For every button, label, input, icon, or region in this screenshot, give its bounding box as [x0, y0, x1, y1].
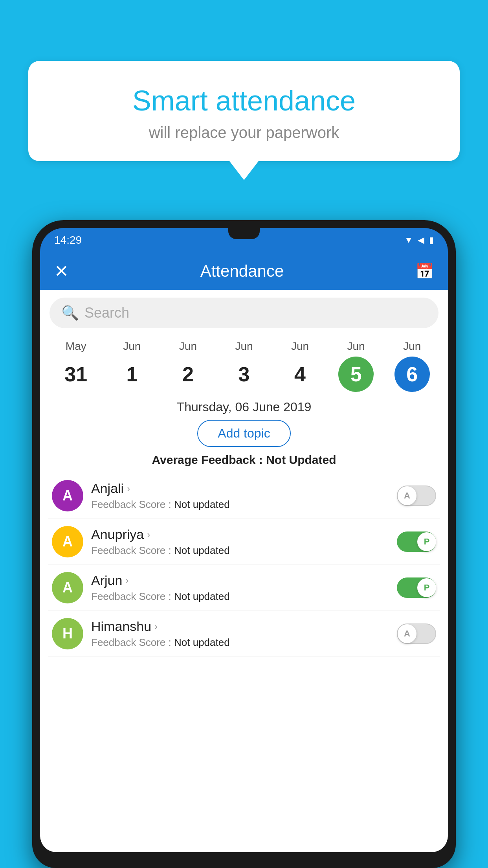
- feedback-score: Feedback Score : Not updated: [91, 498, 389, 511]
- calendar-day[interactable]: Jun3: [222, 340, 266, 392]
- student-info: Arjun ›Feedback Score : Not updated: [91, 573, 389, 603]
- feedback-score: Feedback Score : Not updated: [91, 544, 389, 557]
- cal-month-label: Jun: [179, 340, 197, 353]
- search-bar[interactable]: 🔍 Search: [50, 298, 438, 328]
- chevron-right-icon: ›: [147, 529, 150, 540]
- chevron-right-icon: ›: [127, 483, 130, 494]
- attendance-toggle[interactable]: A: [397, 623, 436, 644]
- avatar: H: [52, 618, 83, 649]
- attendance-toggle[interactable]: P: [397, 577, 436, 598]
- avatar: A: [52, 480, 83, 511]
- calendar-day[interactable]: Jun1: [110, 340, 154, 392]
- student-item[interactable]: AAnupriya ›Feedback Score : Not updatedP: [48, 519, 440, 565]
- student-list: AAnjali ›Feedback Score : Not updatedAAA…: [40, 473, 448, 657]
- cal-month-label: Jun: [347, 340, 365, 353]
- calendar-day[interactable]: Jun2: [166, 340, 209, 392]
- selected-date: Thursday, 06 June 2019: [40, 400, 448, 414]
- cal-date-number[interactable]: 6: [394, 357, 430, 392]
- attendance-toggle[interactable]: P: [397, 531, 436, 552]
- cal-date-number[interactable]: 1: [114, 357, 150, 392]
- chevron-right-icon: ›: [125, 575, 128, 586]
- bubble-subtitle: will replace your paperwork: [48, 124, 440, 142]
- cal-date-number[interactable]: 31: [58, 357, 94, 392]
- status-icons: ▼ ◀ ▮: [404, 235, 434, 245]
- feedback-score: Feedback Score : Not updated: [91, 636, 389, 649]
- student-name: Himanshu ›: [91, 619, 389, 634]
- student-info: Anjali ›Feedback Score : Not updated: [91, 481, 389, 511]
- calendar-day[interactable]: Jun6: [391, 340, 434, 392]
- calendar-icon[interactable]: 📅: [415, 263, 434, 280]
- calendar-day[interactable]: Jun4: [279, 340, 322, 392]
- avatar: A: [52, 572, 83, 603]
- avatar: A: [52, 526, 83, 557]
- cal-month-label: Jun: [123, 340, 141, 353]
- chevron-right-icon: ›: [154, 621, 158, 632]
- battery-icon: ▮: [429, 235, 434, 245]
- feedback-score: Feedback Score : Not updated: [91, 590, 389, 603]
- student-info: Anupriya ›Feedback Score : Not updated: [91, 527, 389, 557]
- cal-month-label: Jun: [403, 340, 421, 353]
- page-title: Attendance: [200, 262, 284, 281]
- cal-month-label: Jun: [291, 340, 309, 353]
- speech-bubble: Smart attendance will replace your paper…: [28, 61, 460, 161]
- average-feedback: Average Feedback : Not Updated: [40, 453, 448, 467]
- phone-frame: 14:29 ▼ ◀ ▮ ✕ Attendance 📅 🔍 Search May3…: [32, 220, 456, 868]
- status-time: 14:29: [54, 234, 82, 246]
- search-input[interactable]: Search: [84, 305, 129, 321]
- phone-screen: ✕ Attendance 📅 🔍 Search May31Jun1Jun2Jun…: [40, 252, 448, 852]
- avg-feedback-label: Average Feedback :: [152, 453, 266, 466]
- wifi-icon: ▼: [404, 235, 413, 245]
- app-header: ✕ Attendance 📅: [40, 252, 448, 290]
- student-name: Arjun ›: [91, 573, 389, 588]
- phone-notch: [228, 228, 260, 239]
- student-name: Anupriya ›: [91, 527, 389, 542]
- attendance-toggle[interactable]: A: [397, 485, 436, 506]
- close-button[interactable]: ✕: [54, 261, 69, 281]
- cal-month-label: May: [66, 340, 86, 353]
- toggle-knob: P: [417, 532, 436, 551]
- add-topic-button[interactable]: Add topic: [197, 420, 290, 447]
- cal-date-number[interactable]: 2: [170, 357, 205, 392]
- cal-date-number[interactable]: 3: [226, 357, 262, 392]
- search-icon: 🔍: [61, 305, 79, 321]
- student-item[interactable]: AArjun ›Feedback Score : Not updatedP: [48, 565, 440, 611]
- toggle-knob: A: [398, 624, 416, 643]
- calendar-strip: May31Jun1Jun2Jun3Jun4Jun5Jun6: [40, 336, 448, 392]
- student-item[interactable]: HHimanshu ›Feedback Score : Not updatedA: [48, 611, 440, 657]
- cal-month-label: Jun: [235, 340, 253, 353]
- student-info: Himanshu ›Feedback Score : Not updated: [91, 619, 389, 649]
- toggle-knob: A: [398, 486, 416, 505]
- toggle-knob: P: [417, 578, 436, 597]
- bubble-title: Smart attendance: [48, 85, 440, 117]
- signal-icon: ◀: [418, 235, 424, 245]
- cal-date-number[interactable]: 5: [338, 357, 374, 392]
- calendar-day[interactable]: Jun5: [334, 340, 378, 392]
- student-item[interactable]: AAnjali ›Feedback Score : Not updatedA: [48, 473, 440, 519]
- student-name: Anjali ›: [91, 481, 389, 496]
- avg-feedback-value: Not Updated: [266, 453, 336, 466]
- calendar-day[interactable]: May31: [54, 340, 97, 392]
- cal-date-number[interactable]: 4: [283, 357, 318, 392]
